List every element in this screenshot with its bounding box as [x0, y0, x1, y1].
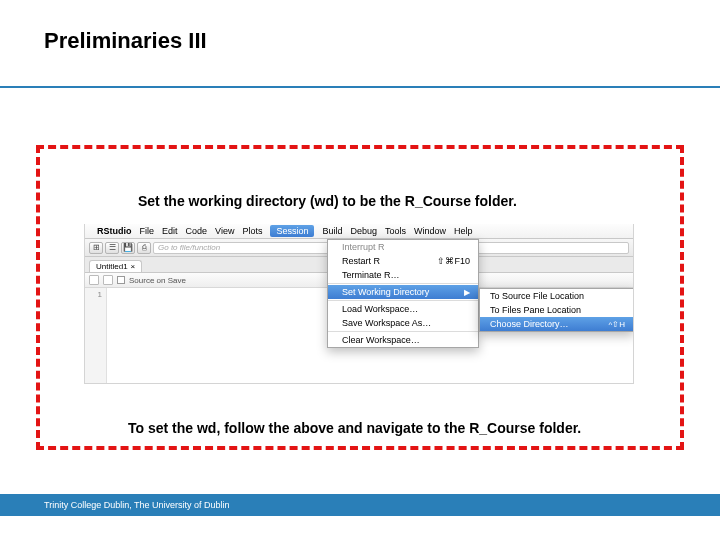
submenu-to-source-label: To Source File Location — [490, 291, 584, 301]
submenu-arrow-icon: ▶ — [464, 288, 470, 297]
tab-close-icon[interactable]: × — [131, 262, 136, 271]
save-doc-icon[interactable] — [89, 275, 99, 285]
footer-bar: Trinity College Dublin, The University o… — [0, 494, 720, 516]
menu-separator-2 — [328, 300, 478, 301]
source-on-save-checkbox[interactable] — [117, 276, 125, 284]
instruction-text-2: To set the wd, follow the above and navi… — [128, 420, 581, 436]
menu-set-working-directory[interactable]: Set Working Directory ▶ — [328, 285, 478, 299]
menu-interrupt-label: Interrupt R — [342, 242, 385, 252]
print-icon[interactable]: ⎙ — [137, 242, 151, 254]
menu-separator-1 — [328, 283, 478, 284]
source-on-save-label: Source on Save — [129, 276, 186, 285]
source-icon[interactable] — [103, 275, 113, 285]
menu-build[interactable]: Build — [322, 226, 342, 236]
document-tab[interactable]: Untitled1 × — [89, 260, 142, 272]
menu-plots[interactable]: Plots — [242, 226, 262, 236]
title-divider — [0, 86, 720, 88]
submenu-choose-directory[interactable]: Choose Directory… ^⇧H — [480, 317, 633, 331]
menu-session[interactable]: Session — [270, 225, 314, 237]
menu-load-label: Load Workspace… — [342, 304, 418, 314]
line-number-1: 1 — [85, 290, 102, 299]
instruction-text-1: Set the working directory (wd) to be the… — [138, 193, 517, 209]
open-icon[interactable]: ☰ — [105, 242, 119, 254]
submenu-to-files-pane[interactable]: To Files Pane Location — [480, 303, 633, 317]
menu-terminate-label: Terminate R… — [342, 270, 400, 280]
app-name: RStudio — [97, 226, 132, 236]
menu-tools[interactable]: Tools — [385, 226, 406, 236]
menu-edit[interactable]: Edit — [162, 226, 178, 236]
new-file-icon[interactable]: ⊞ — [89, 242, 103, 254]
menu-view[interactable]: View — [215, 226, 234, 236]
tab-label: Untitled1 — [96, 262, 128, 271]
menu-interrupt-r: Interrupt R — [328, 240, 478, 254]
menu-restart-label: Restart R — [342, 256, 380, 266]
menu-window[interactable]: Window — [414, 226, 446, 236]
slide-title: Preliminaries III — [0, 0, 720, 54]
menu-help[interactable]: Help — [454, 226, 473, 236]
save-icon[interactable]: 💾 — [121, 242, 135, 254]
menu-debug[interactable]: Debug — [350, 226, 377, 236]
menu-save-label: Save Workspace As… — [342, 318, 431, 328]
mac-menubar: RStudio File Edit Code View Plots Sessio… — [85, 224, 633, 239]
menu-load-workspace[interactable]: Load Workspace… — [328, 302, 478, 316]
menu-restart-r[interactable]: Restart R ⇧⌘F10 — [328, 254, 478, 268]
line-number-gutter: 1 — [85, 288, 107, 384]
menu-terminate-r[interactable]: Terminate R… — [328, 268, 478, 282]
menu-restart-shortcut: ⇧⌘F10 — [437, 256, 470, 266]
menu-clear-workspace[interactable]: Clear Workspace… — [328, 333, 478, 347]
rstudio-screenshot: RStudio File Edit Code View Plots Sessio… — [84, 224, 634, 384]
submenu-choose-label: Choose Directory… — [490, 319, 569, 329]
submenu-to-source[interactable]: To Source File Location — [480, 289, 633, 303]
submenu-choose-shortcut: ^⇧H — [608, 320, 625, 329]
menu-setwd-label: Set Working Directory — [342, 287, 429, 297]
menu-save-workspace[interactable]: Save Workspace As… — [328, 316, 478, 330]
menu-file[interactable]: File — [140, 226, 155, 236]
menu-clear-label: Clear Workspace… — [342, 335, 420, 345]
menu-separator-3 — [328, 331, 478, 332]
submenu-to-files-label: To Files Pane Location — [490, 305, 581, 315]
setwd-submenu: To Source File Location To Files Pane Lo… — [479, 288, 634, 332]
session-dropdown: Interrupt R Restart R ⇧⌘F10 Terminate R…… — [327, 239, 479, 348]
footer-text: Trinity College Dublin, The University o… — [44, 500, 230, 510]
menu-code[interactable]: Code — [186, 226, 208, 236]
